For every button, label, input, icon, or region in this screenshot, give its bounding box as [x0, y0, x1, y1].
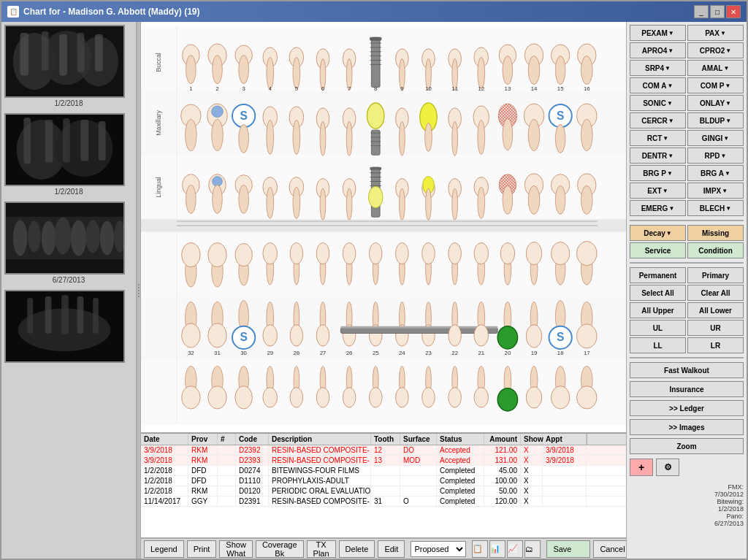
- onlay-button[interactable]: ONLAY ▼: [687, 95, 744, 111]
- bldup-button[interactable]: BLDUP ▼: [687, 112, 744, 129]
- close-button[interactable]: ✕: [726, 5, 741, 18]
- table-row[interactable]: 11/14/2017 GGY D2391 RESIN-BASED COMPOSI…: [141, 496, 626, 507]
- col-amount[interactable]: Amount: [484, 434, 521, 445]
- xray-item-1[interactable]: 1/2/2018: [4, 25, 133, 109]
- fast-walkout-button[interactable]: Fast Walkout: [630, 362, 744, 378]
- gingi-button[interactable]: GINGI ▼: [687, 130, 744, 146]
- col-surface[interactable]: Surface: [400, 434, 437, 445]
- chart-view-btn-1[interactable]: 📋: [472, 540, 488, 558]
- svg-text:27: 27: [320, 350, 327, 356]
- images-button[interactable]: >> Images: [630, 419, 744, 435]
- service-button[interactable]: Service: [630, 242, 686, 258]
- svg-rect-6: [59, 34, 67, 76]
- col-status[interactable]: Status: [437, 434, 484, 445]
- delete-button[interactable]: Delete: [339, 540, 375, 558]
- permanent-button[interactable]: Permanent: [630, 267, 686, 283]
- brgp-button[interactable]: BRG P ▼: [630, 165, 686, 181]
- table-row[interactable]: 3/9/2018 RKM D2393 RESIN-BASED COMPOSITE…: [141, 456, 626, 466]
- ll-button[interactable]: LL: [630, 337, 686, 353]
- minimize-button[interactable]: _: [694, 5, 709, 18]
- xray-thumbnail-1[interactable]: [4, 25, 125, 98]
- dentr-button[interactable]: DENTR ▼: [630, 147, 686, 164]
- ul-button[interactable]: UL: [630, 320, 686, 336]
- show-what-button[interactable]: Show What: [219, 540, 253, 558]
- btn-grid-6: CERCR ▼ BLDUP ▼: [630, 112, 744, 129]
- svg-point-164: [528, 185, 540, 214]
- cancel-button[interactable]: Cancel: [593, 540, 626, 558]
- btn-grid-2: APRO4 ▼ CPRO2 ▼: [630, 42, 744, 58]
- xray-item-2[interactable]: 1/2/2018: [4, 113, 133, 197]
- col-show[interactable]: Show: [521, 434, 543, 445]
- legend-button[interactable]: Legend: [144, 540, 184, 558]
- comp-button[interactable]: COM P ▼: [687, 77, 744, 93]
- rct-button[interactable]: RCT ▼: [630, 130, 686, 146]
- chart-view-btn-3[interactable]: 📈: [507, 540, 523, 558]
- sonic-button[interactable]: SONIC ▼: [630, 95, 686, 111]
- primary-button[interactable]: Primary: [687, 267, 744, 283]
- pax-button[interactable]: PAX ▼: [687, 25, 744, 41]
- ledger-button[interactable]: >> Ledger: [630, 400, 744, 416]
- col-prov[interactable]: Prov: [188, 434, 218, 445]
- all-upper-button[interactable]: All Upper: [630, 302, 686, 318]
- col-code[interactable]: Code: [236, 434, 269, 445]
- brga-button[interactable]: BRG A ▼: [687, 165, 744, 181]
- save-button[interactable]: Save: [546, 540, 590, 558]
- table-row[interactable]: 1/2/2018 DFD D1110 PROPHYLAXIS-ADULT Com…: [141, 476, 626, 486]
- col-tooth[interactable]: Tooth: [371, 434, 400, 445]
- maximize-button[interactable]: □: [710, 5, 725, 18]
- clear-all-button[interactable]: Clear All: [687, 285, 744, 301]
- settings-icon-button[interactable]: ⚙: [656, 459, 679, 476]
- table-row[interactable]: 1/2/2018 RKM D0120 PERIODIC ORAL EVALUAT…: [141, 486, 626, 496]
- insurance-button[interactable]: Insurance: [630, 381, 744, 397]
- svg-point-187: [182, 386, 200, 409]
- svg-point-202: [235, 386, 252, 409]
- cercr-button[interactable]: CERCR ▼: [630, 112, 686, 129]
- lr-button[interactable]: LR: [687, 337, 744, 353]
- amal-button[interactable]: AMAL ▼: [687, 60, 744, 76]
- select-all-button[interactable]: Select All: [630, 285, 686, 301]
- all-lower-button[interactable]: All Lower: [687, 302, 744, 318]
- emerg-button[interactable]: EMERG ▼: [630, 200, 686, 216]
- coma-button[interactable]: COM A ▼: [630, 77, 686, 93]
- pexam-button[interactable]: PEXAM ▼: [630, 25, 686, 41]
- xray-thumbnail-4[interactable]: [4, 290, 125, 363]
- missing-button[interactable]: Missing: [687, 225, 744, 241]
- xray-date-3: 6/27/2013: [4, 275, 133, 285]
- table-row[interactable]: 1/2/2018 DFD D0274 BITEWINGS-FOUR FILMS …: [141, 466, 626, 476]
- add-icon-button[interactable]: +: [630, 459, 653, 476]
- tooth-chart-svg[interactable]: Buccal Maxillary Lingual Lingual Mandibu…: [141, 22, 626, 431]
- col-num[interactable]: #: [218, 434, 236, 445]
- blech-button[interactable]: BLECH ▼: [687, 200, 744, 216]
- table-row[interactable]: 3/9/2018 RKM D2392 RESIN-BASED COMPOSITE…: [141, 445, 626, 456]
- svg-point-189: [208, 242, 226, 266]
- decay-button[interactable]: Decay ▼: [630, 225, 686, 241]
- main-window: 📋 Chart for - Madison G. Abbott (Maddy) …: [0, 0, 748, 560]
- print-button[interactable]: Print: [187, 540, 217, 558]
- col-appt[interactable]: Appt: [543, 434, 587, 445]
- edit-button[interactable]: Edit: [378, 540, 405, 558]
- rpd-button[interactable]: RPD ▼: [687, 147, 744, 164]
- btn-grid-quadrants2: LL LR: [630, 337, 744, 353]
- svg-point-154: [503, 119, 513, 150]
- chart-view-btn-2[interactable]: 📊: [489, 540, 505, 558]
- xray-thumbnail-3[interactable]: [4, 202, 125, 275]
- xray-item-4[interactable]: [4, 290, 133, 366]
- ur-button[interactable]: UR: [687, 320, 744, 336]
- col-date[interactable]: Date: [141, 434, 188, 445]
- status-dropdown[interactable]: ProposedCompletedReferredExisting: [411, 541, 466, 557]
- col-desc[interactable]: Description: [269, 434, 371, 445]
- cpro2-button[interactable]: CPRO2 ▼: [687, 42, 744, 58]
- srp4-button[interactable]: SRP4 ▼: [630, 60, 686, 76]
- coverage-bk-button[interactable]: Coverage Bk: [256, 540, 304, 558]
- apro4-button[interactable]: APRO4 ▼: [630, 42, 686, 58]
- chart-view-btn-4[interactable]: 🗂: [524, 540, 541, 558]
- tx-plan-button[interactable]: TX Plan: [307, 540, 336, 558]
- impx-button[interactable]: IMPX ▼: [687, 183, 744, 199]
- svg-point-73: [267, 120, 274, 155]
- xray-item-3[interactable]: 6/27/2013: [4, 202, 133, 285]
- xray-thumbnail-2[interactable]: [4, 113, 125, 186]
- zoom-button[interactable]: Zoom: [630, 438, 744, 454]
- ext-button[interactable]: EXT ▼: [630, 183, 686, 199]
- condition-button[interactable]: Condition: [687, 242, 744, 258]
- xray-date-1: 1/2/2018: [4, 98, 133, 109]
